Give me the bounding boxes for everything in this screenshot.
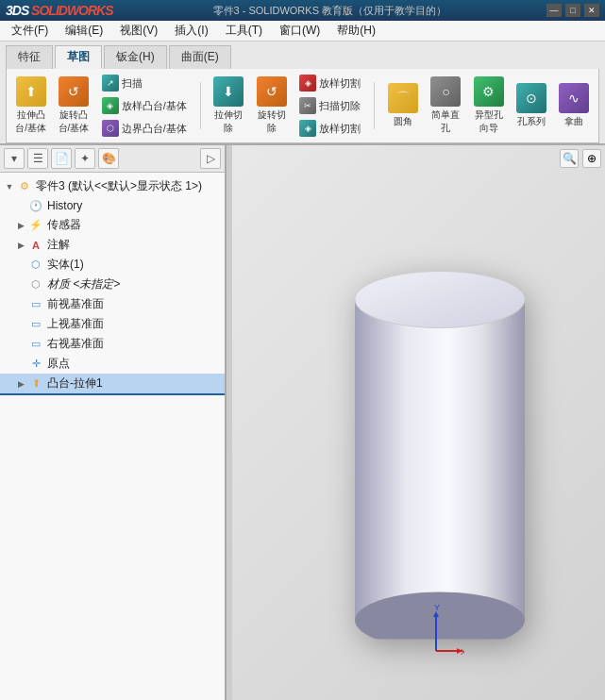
origin-arrow [15, 358, 26, 370]
solid-arrow [15, 259, 26, 271]
tree-item-material[interactable]: ⬡ 材质 <未指定> [0, 275, 225, 294]
extrude1-label: 凸台-拉伸1 [47, 375, 103, 392]
sweep-cut-button[interactable]: ✂ 扫描切除 [295, 95, 364, 116]
cut-revolve-button[interactable]: ↺ 旋转切除 [253, 75, 290, 137]
extrude1-arrow: ▶ [15, 378, 26, 390]
solid-label: 实体(1) [47, 257, 84, 273]
search-button[interactable]: 🔍 [560, 149, 579, 168]
simple-hole-icon: ○ [430, 76, 461, 107]
hole-wizard-button[interactable]: ⚙ 异型孔向导 [470, 75, 507, 137]
minimize-button[interactable]: — [546, 4, 562, 17]
zoom-button[interactable]: ⊕ [582, 149, 601, 168]
tab-sheetmetal[interactable]: 钣金(H) [104, 45, 167, 69]
tree-item-front-plane[interactable]: ▭ 前视基准面 [0, 294, 225, 314]
simple-hole-button[interactable]: ○ 简单直孔 [428, 75, 464, 137]
tree-item-origin[interactable]: ✛ 原点 [0, 354, 225, 374]
menu-insert[interactable]: 插入(I) [167, 21, 215, 41]
cylinder-svg [336, 242, 544, 639]
cut-revolve-icon: ↺ [257, 76, 287, 107]
tree-add-button[interactable]: ✦ [75, 148, 95, 169]
right-plane-icon: ▭ [28, 337, 43, 352]
loft-cut2-button[interactable]: ◈ 放样切割 [295, 118, 364, 139]
tree-toolbar: ▾ ☰ 📄 ✦ 🎨 ▷ [0, 145, 225, 173]
maximize-button[interactable]: □ [565, 4, 580, 17]
svg-point-2 [355, 271, 525, 327]
menu-tools[interactable]: 工具(T) [218, 21, 270, 41]
boundary-icon: ⬡ [102, 120, 119, 137]
menu-help[interactable]: 帮助(H) [329, 21, 383, 41]
boundary-label: 边界凸台/基体 [122, 122, 187, 136]
annotations-label: 注解 [47, 237, 70, 253]
top-plane-icon: ▭ [28, 317, 43, 332]
revolve-boss-icon: ↺ [59, 76, 89, 107]
viewport-tools: 🔍 ⊕ [560, 149, 601, 168]
sweep-cut-icon: ✂ [299, 97, 316, 114]
tree-doc-button[interactable]: 📄 [51, 148, 72, 169]
menu-edit[interactable]: 编辑(E) [58, 21, 110, 41]
extrude-boss-button[interactable]: ⬆ 拉伸凸台/基体 [12, 75, 49, 137]
svg-text:X: X [461, 647, 464, 657]
tree-palette-button[interactable]: 🎨 [98, 148, 119, 169]
svg-text:Y: Y [434, 604, 440, 612]
menu-view[interactable]: 视图(V) [112, 21, 165, 41]
sweep-group: ↗ 扫描 ◈ 放样凸台/基体 ⬡ 边界凸台/基体 [98, 73, 191, 139]
root-label: 零件3 (默认<<默认>显示状态 1>) [36, 178, 202, 194]
tree-item-extrude1[interactable]: ▶ ⬆ 凸台-拉伸1 [0, 374, 225, 395]
revolve-boss-button[interactable]: ↺ 旋转凸台/基体 [55, 75, 92, 137]
window-controls: — □ ✕ [546, 4, 599, 17]
tree-expand-button[interactable]: ▷ [200, 148, 221, 169]
3d-viewport[interactable]: 软件营学网www.rjyx.com [232, 145, 605, 700]
revolve-boss-label: 旋转凸台/基体 [59, 108, 90, 135]
annotations-icon: A [28, 238, 43, 253]
tree-item-top-plane[interactable]: ▭ 上视基准面 [0, 314, 225, 334]
tree-item-annotations[interactable]: ▶ A 注解 [0, 235, 225, 255]
tab-features[interactable]: 特征 [6, 45, 53, 69]
hole-series-label: 孔系列 [517, 115, 546, 128]
origin-label: 原点 [47, 356, 70, 372]
root-expand-arrow: ▼ [4, 181, 15, 192]
hole-series-button[interactable]: ⊙ 孔系列 [513, 81, 549, 130]
ribbon-tabs: 特征 草图 钣金(H) 曲面(E) [6, 45, 599, 69]
right-plane-label: 右视基准面 [47, 336, 104, 352]
titlebar: 3DS SOLIDWORKS 零件3 - SOLIDWORKS 教育版（仅用于教… [0, 0, 605, 21]
tree-root[interactable]: ▼ ⚙ 零件3 (默认<<默认>显示状态 1>) [0, 176, 225, 196]
loft-cut-label: 放样切割 [319, 76, 361, 91]
annotations-arrow: ▶ [15, 240, 26, 251]
window-title: 零件3 - SOLIDWORKS 教育版（仅用于教学目的） [113, 4, 546, 18]
tree-list-button[interactable]: ☰ [27, 148, 48, 169]
close-button[interactable]: ✕ [584, 4, 599, 17]
tree-filter-button[interactable]: ▾ [4, 148, 25, 169]
sensors-icon: ⚡ [28, 218, 43, 233]
loft-cut-icon: ◈ [299, 75, 316, 92]
history-arrow [15, 200, 26, 211]
sweep-button[interactable]: ↗ 扫描 [98, 73, 191, 93]
tree-content: ▼ ⚙ 零件3 (默认<<默认>显示状态 1>) 🕐 History ▶ ⚡ 传… [0, 173, 225, 700]
tab-surface[interactable]: 曲面(E) [169, 45, 231, 69]
right-plane-arrow [15, 339, 26, 350]
history-label: History [47, 199, 82, 212]
tab-sketch[interactable]: 草图 [55, 45, 102, 69]
sensors-arrow: ▶ [15, 220, 26, 231]
menu-file[interactable]: 文件(F) [4, 21, 56, 41]
tree-item-history[interactable]: 🕐 History [0, 196, 225, 215]
app-logo: 3DS SOLIDWORKS [6, 3, 113, 18]
menubar: 文件(F) 编辑(E) 视图(V) 插入(I) 工具(T) 窗口(W) 帮助(H… [0, 21, 605, 42]
history-icon: 🕐 [28, 198, 43, 213]
sensors-label: 传感器 [47, 217, 81, 233]
fillet-button[interactable]: ⌒ 圆角 [384, 81, 421, 130]
tree-item-sensors[interactable]: ▶ ⚡ 传感器 [0, 215, 225, 235]
flex-button[interactable]: ∿ 拿曲 [556, 81, 593, 130]
loft-boss-button[interactable]: ◈ 放样凸台/基体 [98, 95, 191, 116]
tree-item-solid[interactable]: ⬡ 实体(1) [0, 255, 225, 275]
loft-cut-button[interactable]: ◈ 放样切割 [295, 73, 364, 93]
sweep-label: 扫描 [122, 76, 143, 91]
origin-icon: ✛ [28, 357, 43, 372]
tree-item-right-plane[interactable]: ▭ 右视基准面 [0, 334, 225, 354]
simple-hole-label: 简单直孔 [431, 108, 460, 135]
hole-series-icon: ⊙ [516, 83, 546, 113]
boundary-button[interactable]: ⬡ 边界凸台/基体 [98, 118, 191, 139]
cut-extrude-button[interactable]: ⬇ 拉伸切除 [210, 75, 247, 137]
cylinder-model [336, 242, 544, 642]
menu-window[interactable]: 窗口(W) [272, 21, 328, 41]
sweep-cut-label: 扫描切除 [319, 99, 361, 113]
